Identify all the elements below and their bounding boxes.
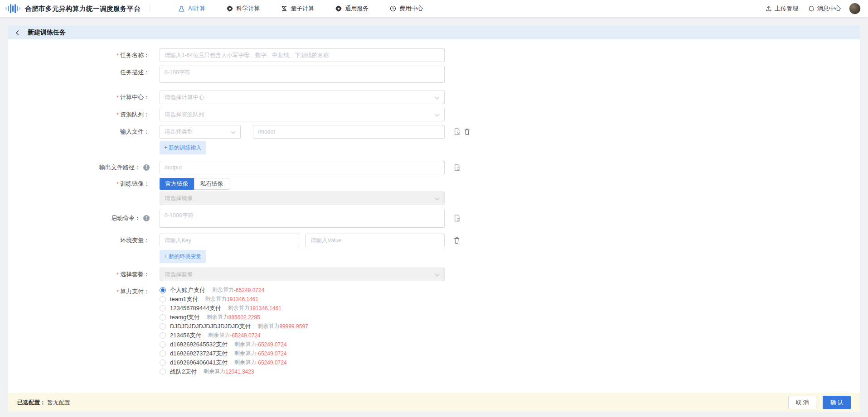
bell-icon <box>808 5 815 12</box>
new-training-task-form: * 任务名称： 任务描述： * 计算中心： 请选择计算中心 * <box>8 39 860 393</box>
form-footer-bar: 已选配置： 暂无配置 取 消 确 认 <box>8 393 860 412</box>
official-image-tab[interactable]: 官方镜像 <box>160 178 194 190</box>
add-training-input-button[interactable]: + 新的训练输入 <box>160 141 206 154</box>
payment-option[interactable]: DJDJDJDJDJDJDJDJDJD支付 剩余算力 99999.9597 <box>160 323 308 330</box>
add-env-var-button[interactable]: + 新的环境变量 <box>160 250 206 263</box>
radio-icon[interactable] <box>160 369 166 375</box>
header-actions: 上传管理 消息中心 <box>756 3 861 14</box>
nav-ai-compute[interactable]: AI计算 <box>178 5 205 13</box>
output-path-label: 输出文件路径： ! <box>8 163 150 172</box>
radio-icon[interactable] <box>160 314 166 321</box>
task-desc-textarea[interactable] <box>160 66 445 83</box>
file-browse-icon[interactable] <box>453 214 461 222</box>
input-file-type-select[interactable]: 请选择类型 <box>160 125 241 139</box>
radio-icon[interactable] <box>160 305 166 312</box>
quantum-icon <box>281 5 287 12</box>
image-source-toggle: 官方镜像 私有镜像 <box>160 178 229 190</box>
user-avatar[interactable] <box>849 3 861 14</box>
nav-billing-center[interactable]: 费用中心 <box>390 5 423 13</box>
upload-icon <box>766 5 772 12</box>
radio-icon[interactable] <box>160 296 166 302</box>
payment-option[interactable]: team1支付 剩余算力 191346.1461 <box>160 296 308 302</box>
payment-option[interactable]: d1692692737247支付 剩余算力 -65249.0724 <box>160 350 308 357</box>
task-name-label: * 任务名称： <box>8 51 150 59</box>
page-title-bar: 新建训练任务 <box>8 26 860 39</box>
chevron-down-icon <box>435 95 440 100</box>
radio-icon[interactable] <box>160 341 166 348</box>
payment-label: * 算力支付： <box>8 287 150 296</box>
confirm-button[interactable]: 确 认 <box>823 396 851 409</box>
divider <box>150 5 150 12</box>
resource-queue-label: * 资源队列： <box>8 110 150 119</box>
private-image-tab[interactable]: 私有镜像 <box>194 178 229 190</box>
delete-row-icon[interactable] <box>464 128 470 135</box>
payment-option[interactable]: 个人账户支付 剩余算力 -65249.0724 <box>160 287 308 293</box>
selected-config-label: 已选配置： <box>17 399 46 407</box>
input-file-label: 输入文件： <box>8 128 150 136</box>
delete-row-icon[interactable] <box>453 237 460 244</box>
payment-option[interactable]: d1692692645532支付 剩余算力 -65249.0724 <box>160 341 308 348</box>
info-icon: ! <box>143 215 150 221</box>
platform-title: 合肥市多元异构算力统一调度服务平台 <box>25 5 141 13</box>
nav-scientific-compute[interactable]: 科学计算 <box>227 5 260 13</box>
flask-icon <box>178 5 185 12</box>
radio-icon[interactable] <box>160 323 166 330</box>
input-file-path-input[interactable] <box>253 125 445 139</box>
compute-center-select[interactable]: 请选择计算中心 <box>160 91 445 104</box>
radio-icon[interactable] <box>160 287 166 293</box>
package-label: * 选择套餐： <box>8 270 150 278</box>
nav-general-services[interactable]: 通用服务 <box>335 5 369 13</box>
chevron-down-icon <box>435 196 440 201</box>
selected-config-value: 暂无配置 <box>48 399 70 407</box>
message-center-button[interactable]: 消息中心 <box>808 5 841 13</box>
train-image-label: * 训练镜像： <box>8 180 150 188</box>
radio-icon[interactable] <box>160 332 166 339</box>
task-desc-label: 任务描述： <box>8 66 150 77</box>
payment-option[interactable]: 战队2支付 剩余算力 12041.3423 <box>160 368 308 375</box>
env-vars-label: 环境变量： <box>8 236 150 244</box>
file-browse-icon[interactable] <box>453 128 461 136</box>
gear-icon <box>335 5 342 12</box>
upload-manager-button[interactable]: 上传管理 <box>766 5 798 13</box>
back-button[interactable] <box>15 30 20 36</box>
payment-option[interactable]: 123456789444支付 剩余算力 191346.1461 <box>160 305 308 312</box>
output-path-input[interactable] <box>160 161 445 174</box>
radio-icon[interactable] <box>160 350 166 357</box>
cancel-button[interactable]: 取 消 <box>788 396 816 409</box>
launch-cmd-label: 启动命令： ! <box>8 214 150 222</box>
env-key-input[interactable] <box>160 234 299 247</box>
page-title: 新建训练任务 <box>28 29 66 37</box>
compute-center-label: * 计算中心： <box>8 93 150 101</box>
main-nav: AI计算 科学计算 量子计算 通用服务 费用中心 <box>178 5 444 13</box>
task-name-input[interactable] <box>160 48 445 62</box>
radio-icon[interactable] <box>160 359 166 366</box>
gear-icon <box>227 5 233 12</box>
clock-icon <box>390 5 396 12</box>
nav-quantum-compute[interactable]: 量子计算 <box>281 5 314 13</box>
chevron-left-icon <box>15 30 20 36</box>
resource-queue-select[interactable]: 请选择资源队列 <box>160 108 445 121</box>
chevron-down-icon <box>435 272 440 277</box>
image-select[interactable]: 请选择镜像 <box>160 192 445 205</box>
chevron-down-icon <box>435 112 440 117</box>
file-browse-icon[interactable] <box>453 163 461 172</box>
chevron-down-icon <box>231 129 236 134</box>
info-icon: ! <box>143 164 150 171</box>
launch-cmd-textarea[interactable] <box>160 209 445 228</box>
platform-logo-icon <box>5 3 20 14</box>
package-select[interactable]: 请选择套餐 <box>160 268 445 281</box>
env-value-input[interactable] <box>305 234 445 247</box>
payment-options: 个人账户支付 剩余算力 -65249.0724 team1支付 剩余算力 191… <box>160 287 308 377</box>
payment-option[interactable]: d1692696406041支付 剩余算力 -65249.0724 <box>160 359 308 366</box>
top-header: 合肥市多元异构算力统一调度服务平台 AI计算 科学计算 量子计算 通用服务 费用… <box>0 0 868 17</box>
payment-option[interactable]: teamgf支付 剩余算力 885602.2295 <box>160 314 308 321</box>
payment-option[interactable]: 213456支付 剩余算力 -65249.0724 <box>160 332 308 339</box>
